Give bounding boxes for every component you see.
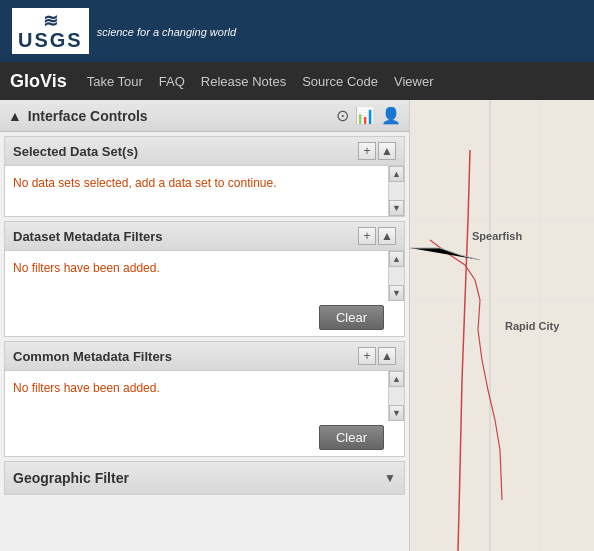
selected-datasets-panel: Selected Data Set(s) + ▲ No data sets se… — [4, 136, 405, 217]
collapse-triangle-icon: ▲ — [8, 108, 22, 124]
nav-source-code[interactable]: Source Code — [302, 74, 378, 89]
app-title: GloVis — [10, 71, 67, 92]
dataset-metadata-message: No filters have been added. — [13, 257, 380, 279]
common-metadata-scrollbar: ▲ ▼ — [388, 371, 404, 421]
dataset-metadata-clear-area: Clear — [5, 301, 404, 336]
dataset-metadata-panel: Dataset Metadata Filters + ▲ No filters … — [4, 221, 405, 337]
selected-datasets-message: No data sets selected, add a data set to… — [13, 172, 380, 194]
selected-datasets-header[interactable]: Selected Data Set(s) + ▲ — [5, 137, 404, 166]
dashboard-icon[interactable]: ⊙ — [336, 106, 349, 125]
common-metadata-controls: + ▲ — [358, 347, 396, 365]
collapse-common-metadata-button[interactable]: ▲ — [378, 347, 396, 365]
geographic-filter-title: Geographic Filter — [13, 470, 129, 486]
common-metadata-title: Common Metadata Filters — [13, 349, 172, 364]
usgs-logo: ≋ USGS science for a changing world — [12, 8, 236, 54]
common-metadata-clear-button[interactable]: Clear — [319, 425, 384, 450]
common-metadata-content: No filters have been added. — [5, 371, 388, 421]
map-background: Spearfish Rapid City — [410, 100, 594, 551]
selected-datasets-scrollbar: ▲ ▼ — [388, 166, 404, 216]
dataset-metadata-header[interactable]: Dataset Metadata Filters + ▲ — [5, 222, 404, 251]
usgs-header: ≋ USGS science for a changing world — [0, 0, 594, 62]
geographic-filter-dropdown-icon: ▼ — [384, 471, 396, 485]
chart-icon[interactable]: 📊 — [355, 106, 375, 125]
scrollbar-up-btn[interactable]: ▲ — [389, 166, 404, 182]
nav-bar: GloVis Take Tour FAQ Release Notes Sourc… — [0, 62, 594, 100]
dataset-metadata-clear-button[interactable]: Clear — [319, 305, 384, 330]
usgs-waves-icon: ≋ — [43, 12, 58, 30]
dataset-metadata-body: No filters have been added. ▲ ▼ — [5, 251, 404, 301]
interface-controls-title: ▲ Interface Controls — [8, 108, 148, 124]
interface-controls-header[interactable]: ▲ Interface Controls ⊙ 📊 👤 — [0, 100, 409, 132]
spearfish-label: Spearfish — [472, 230, 522, 242]
dataset-metadata-content: No filters have been added. — [5, 251, 388, 301]
geographic-filter-section: Geographic Filter ▼ — [4, 461, 405, 495]
common-metadata-scrollbar-track — [389, 387, 404, 405]
scrollbar-down-btn[interactable]: ▼ — [389, 200, 404, 216]
map-panel: Spearfish Rapid City — [410, 100, 594, 551]
map-svg — [410, 100, 594, 551]
add-common-metadata-button[interactable]: + — [358, 347, 376, 365]
dataset-metadata-scrollbar-up[interactable]: ▲ — [389, 251, 404, 267]
left-panel: ▲ Interface Controls ⊙ 📊 👤 Selected Data… — [0, 100, 410, 551]
nav-faq[interactable]: FAQ — [159, 74, 185, 89]
rapid-city-label: Rapid City — [505, 320, 559, 332]
nav-release-notes[interactable]: Release Notes — [201, 74, 286, 89]
common-metadata-message: No filters have been added. — [13, 377, 380, 399]
usgs-logo-box: ≋ USGS — [12, 8, 89, 54]
usgs-tagline: science for a changing world — [97, 26, 236, 38]
geographic-filter-header[interactable]: Geographic Filter ▼ — [5, 462, 404, 494]
user-settings-icon[interactable]: 👤 — [381, 106, 401, 125]
usgs-logo-text-label: USGS — [18, 30, 83, 50]
nav-take-tour[interactable]: Take Tour — [87, 74, 143, 89]
dataset-metadata-scrollbar: ▲ ▼ — [388, 251, 404, 301]
nav-viewer[interactable]: Viewer — [394, 74, 434, 89]
selected-datasets-content: No data sets selected, add a data set to… — [5, 166, 388, 216]
dataset-metadata-scrollbar-down[interactable]: ▼ — [389, 285, 404, 301]
collapse-dataset-button[interactable]: ▲ — [378, 142, 396, 160]
add-dataset-metadata-button[interactable]: + — [358, 227, 376, 245]
dataset-metadata-title: Dataset Metadata Filters — [13, 229, 163, 244]
common-metadata-scrollbar-up[interactable]: ▲ — [389, 371, 404, 387]
add-dataset-button[interactable]: + — [358, 142, 376, 160]
common-metadata-clear-area: Clear — [5, 421, 404, 456]
selected-datasets-controls: + ▲ — [358, 142, 396, 160]
header-icons: ⊙ 📊 👤 — [336, 106, 401, 125]
dataset-metadata-controls: + ▲ — [358, 227, 396, 245]
common-metadata-header[interactable]: Common Metadata Filters + ▲ — [5, 342, 404, 371]
selected-datasets-body: No data sets selected, add a data set to… — [5, 166, 404, 216]
scrollbar-track — [389, 182, 404, 200]
selected-datasets-title: Selected Data Set(s) — [13, 144, 138, 159]
common-metadata-body: No filters have been added. ▲ ▼ — [5, 371, 404, 421]
main-content: ▲ Interface Controls ⊙ 📊 👤 Selected Data… — [0, 100, 594, 551]
dataset-metadata-scrollbar-track — [389, 267, 404, 285]
common-metadata-panel: Common Metadata Filters + ▲ No filters h… — [4, 341, 405, 457]
common-metadata-scrollbar-down[interactable]: ▼ — [389, 405, 404, 421]
collapse-dataset-metadata-button[interactable]: ▲ — [378, 227, 396, 245]
